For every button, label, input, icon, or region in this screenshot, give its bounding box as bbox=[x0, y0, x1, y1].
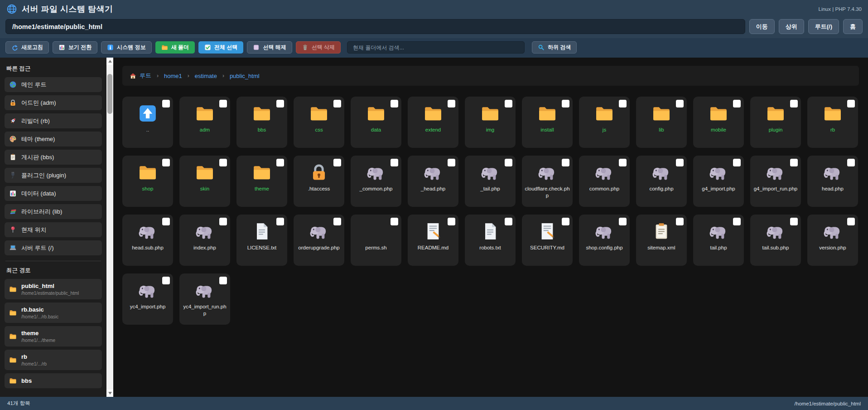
file-tile[interactable]: config.php bbox=[636, 156, 687, 207]
tile-checkbox[interactable] bbox=[162, 159, 170, 166]
file-tile[interactable]: shop.config.php bbox=[579, 215, 630, 266]
toolbar-button[interactable]: 전체 선택 bbox=[198, 41, 243, 54]
tile-checkbox[interactable] bbox=[448, 100, 455, 107]
toolbar-button[interactable]: 새 폴더 bbox=[155, 41, 195, 54]
file-tile[interactable]: mobile bbox=[693, 97, 744, 148]
file-tile[interactable]: LICENSE.txt bbox=[236, 215, 287, 266]
file-tile[interactable]: .htaccess bbox=[294, 156, 344, 207]
breadcrumb-segment[interactable]: home1 bbox=[164, 73, 182, 79]
file-tile[interactable]: head.sub.php bbox=[122, 215, 173, 266]
scroll-up-arrow[interactable] bbox=[106, 58, 113, 65]
tile-checkbox[interactable] bbox=[276, 159, 284, 166]
nav-button[interactable]: 이동 bbox=[749, 19, 775, 34]
file-tile[interactable]: js bbox=[579, 97, 630, 148]
sub-search-button[interactable]: 하위 검색 bbox=[532, 41, 577, 54]
tile-checkbox[interactable] bbox=[162, 100, 170, 107]
tile-checkbox[interactable] bbox=[448, 218, 455, 225]
file-tile[interactable]: bbs bbox=[236, 97, 287, 148]
file-tile[interactable]: skin bbox=[179, 156, 230, 207]
toolbar-button[interactable]: 선택 삭제 bbox=[296, 41, 341, 54]
nav-button[interactable]: 홈 bbox=[843, 19, 863, 34]
breadcrumb-segment[interactable]: 루트 bbox=[130, 72, 151, 80]
scroll-down-arrow[interactable] bbox=[106, 390, 113, 397]
tile-checkbox[interactable] bbox=[505, 100, 512, 107]
tile-checkbox[interactable] bbox=[619, 218, 627, 225]
tile-checkbox[interactable] bbox=[333, 218, 341, 225]
sidebar-quick-item[interactable]: 리빌더 (rb) bbox=[5, 113, 102, 128]
sidebar-recent-item[interactable]: rb /home1/.../rb bbox=[5, 350, 102, 370]
tile-checkbox[interactable] bbox=[448, 159, 455, 166]
file-tile[interactable]: shop bbox=[122, 156, 173, 207]
file-tile[interactable]: robots.txt bbox=[465, 215, 516, 266]
file-tile[interactable]: cloudflare.check.php bbox=[522, 156, 573, 207]
sidebar-quick-item[interactable]: 플러그인 (plugin) bbox=[5, 168, 102, 183]
sidebar-recent-item[interactable]: bbs bbox=[5, 373, 102, 388]
sidebar-quick-item[interactable]: 데이터 (data) bbox=[5, 186, 102, 201]
breadcrumb-segment[interactable]: estimate bbox=[195, 73, 217, 79]
tile-checkbox[interactable] bbox=[733, 218, 741, 225]
tile-checkbox[interactable] bbox=[619, 100, 627, 107]
tile-checkbox[interactable] bbox=[219, 218, 227, 225]
tile-checkbox[interactable] bbox=[276, 100, 284, 107]
tile-checkbox[interactable] bbox=[562, 100, 569, 107]
tile-checkbox[interactable] bbox=[562, 159, 569, 166]
file-tile[interactable]: g4_import_run.php bbox=[750, 156, 801, 207]
tile-checkbox[interactable] bbox=[391, 100, 398, 107]
tile-checkbox[interactable] bbox=[162, 218, 170, 225]
sidebar-quick-item[interactable]: 현재 위치 bbox=[5, 222, 102, 237]
tile-checkbox[interactable] bbox=[333, 159, 341, 166]
tile-checkbox[interactable] bbox=[162, 277, 170, 284]
tile-checkbox[interactable] bbox=[505, 218, 512, 225]
tile-checkbox[interactable] bbox=[562, 218, 569, 225]
file-tile[interactable]: yc4_import.php bbox=[122, 273, 173, 325]
file-tile[interactable]: index.php bbox=[179, 215, 230, 266]
file-tile[interactable]: tail.php bbox=[693, 215, 744, 266]
tile-checkbox[interactable] bbox=[676, 159, 684, 166]
file-tile[interactable]: _head.php bbox=[408, 156, 458, 207]
sidebar-quick-item[interactable]: 메인 루트 bbox=[5, 77, 102, 92]
tile-checkbox[interactable] bbox=[733, 159, 741, 166]
file-tile[interactable]: css bbox=[294, 97, 344, 148]
sidebar-quick-item[interactable]: 서버 루트 (/) bbox=[5, 240, 102, 255]
tile-checkbox[interactable] bbox=[276, 218, 284, 225]
tile-checkbox[interactable] bbox=[333, 100, 341, 107]
file-tile[interactable]: .. bbox=[122, 97, 173, 148]
search-input[interactable] bbox=[347, 41, 525, 54]
sidebar-quick-item[interactable]: 테마 (theme) bbox=[5, 132, 102, 146]
file-tile[interactable]: _common.php bbox=[351, 156, 401, 207]
file-tile[interactable]: rb bbox=[807, 97, 858, 148]
scroll-thumb[interactable] bbox=[107, 74, 112, 114]
file-tile[interactable]: README.md bbox=[408, 215, 458, 266]
tile-checkbox[interactable] bbox=[733, 100, 741, 107]
tile-checkbox[interactable] bbox=[619, 159, 627, 166]
tile-checkbox[interactable] bbox=[790, 218, 798, 225]
file-tile[interactable]: yc4_import_run.php bbox=[179, 273, 230, 325]
nav-button[interactable]: 상위 bbox=[779, 19, 804, 34]
tile-checkbox[interactable] bbox=[676, 100, 684, 107]
toolbar-button[interactable]: 선택 해제 bbox=[247, 41, 292, 54]
file-tile[interactable]: g4_import.php bbox=[693, 156, 744, 207]
nav-button[interactable]: 루트(/) bbox=[808, 19, 839, 34]
breadcrumb-segment[interactable]: public_html bbox=[230, 73, 260, 79]
file-tile[interactable]: common.php bbox=[579, 156, 630, 207]
file-tile[interactable]: sitemap.xml bbox=[636, 215, 687, 266]
toolbar-button[interactable]: 보기 전환 bbox=[53, 41, 97, 54]
tile-checkbox[interactable] bbox=[847, 159, 855, 166]
file-tile[interactable]: data bbox=[351, 97, 401, 148]
file-tile[interactable]: tail.sub.php bbox=[750, 215, 801, 266]
file-tile[interactable]: perms.sh bbox=[351, 215, 401, 266]
file-tile[interactable]: orderupgrade.php bbox=[294, 215, 344, 266]
file-tile[interactable]: adm bbox=[179, 97, 230, 148]
file-tile[interactable]: plugin bbox=[750, 97, 801, 148]
sidebar-recent-item[interactable]: theme /home1/.../theme bbox=[5, 326, 102, 347]
file-tile[interactable]: lib bbox=[636, 97, 687, 148]
file-tile[interactable]: version.php bbox=[807, 215, 858, 266]
sidebar-quick-item[interactable]: 라이브러리 (lib) bbox=[5, 204, 102, 219]
toolbar-button[interactable]: 새로고침 bbox=[5, 41, 49, 54]
file-tile[interactable]: install bbox=[522, 97, 573, 148]
file-tile[interactable]: _tail.php bbox=[465, 156, 516, 207]
toolbar-button[interactable]: 시스템 정보 bbox=[101, 41, 151, 54]
tile-checkbox[interactable] bbox=[219, 159, 227, 166]
file-tile[interactable]: head.php bbox=[807, 156, 858, 207]
file-tile[interactable]: extend bbox=[408, 97, 458, 148]
